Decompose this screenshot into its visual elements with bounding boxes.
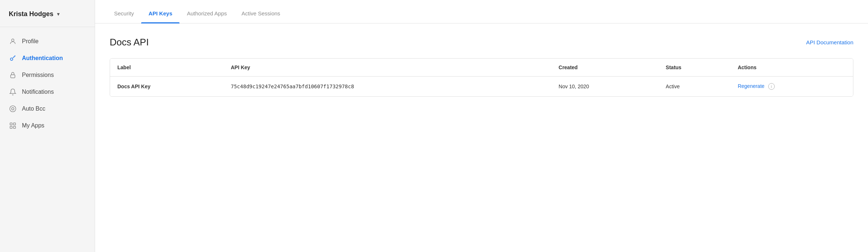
sidebar-item-authentication[interactable]: Authentication <box>0 50 95 67</box>
sidebar: Krista Hodges ▾ Profile Authentication <box>0 0 95 252</box>
content-header: Docs API API Documentation <box>110 37 853 48</box>
col-header-actions: Actions <box>731 59 853 77</box>
col-header-status: Status <box>658 59 731 77</box>
person-icon <box>9 37 17 45</box>
mail-icon <box>9 105 17 113</box>
sidebar-item-label-auto-bcc: Auto Bcc <box>22 105 45 112</box>
api-keys-table: Label API Key Created Status Actions Doc… <box>110 58 853 97</box>
sidebar-item-my-apps[interactable]: My Apps <box>0 117 95 134</box>
apps-icon <box>9 122 17 130</box>
content-area: Docs API API Documentation Label API Key… <box>95 23 868 252</box>
table-header-row: Label API Key Created Status Actions <box>110 59 853 77</box>
sidebar-nav: Profile Authentication Permissions <box>0 27 95 140</box>
svg-rect-6 <box>10 126 12 129</box>
regenerate-link[interactable]: Regenerate <box>738 83 765 89</box>
chevron-down-icon: ▾ <box>57 11 60 17</box>
tab-security[interactable]: Security <box>107 0 141 23</box>
col-header-created: Created <box>551 59 658 77</box>
sidebar-item-notifications[interactable]: Notifications <box>0 84 95 100</box>
cell-actions: Regenerate i <box>731 77 853 96</box>
user-name: Krista Hodges <box>9 10 53 18</box>
tab-active-sessions[interactable]: Active Sessions <box>234 0 287 23</box>
svg-rect-4 <box>10 123 12 125</box>
svg-point-3 <box>12 108 14 110</box>
key-icon <box>9 54 17 62</box>
svg-rect-7 <box>14 126 16 129</box>
cell-api-key: 75c48d9c19247e24765aa7bfd10607f1732978c8 <box>223 77 551 96</box>
cell-status: Active <box>658 77 731 96</box>
svg-rect-2 <box>11 75 15 78</box>
sidebar-item-label-authentication: Authentication <box>22 55 63 62</box>
sidebar-item-auto-bcc[interactable]: Auto Bcc <box>0 100 95 117</box>
tab-api-keys[interactable]: API Keys <box>141 0 180 23</box>
main-content: Security API Keys Authorized Apps Active… <box>95 0 868 252</box>
sidebar-item-label-permissions: Permissions <box>22 72 54 78</box>
sidebar-item-label-notifications: Notifications <box>22 89 54 95</box>
col-header-api-key: API Key <box>223 59 551 77</box>
sidebar-item-label-my-apps: My Apps <box>22 122 44 129</box>
svg-point-0 <box>12 39 14 41</box>
sidebar-item-profile[interactable]: Profile <box>0 33 95 50</box>
col-header-label: Label <box>110 59 223 77</box>
user-menu[interactable]: Krista Hodges ▾ <box>0 0 95 27</box>
info-icon[interactable]: i <box>768 83 775 90</box>
tab-bar: Security API Keys Authorized Apps Active… <box>95 0 868 23</box>
cell-label: Docs API Key <box>110 77 223 96</box>
tab-authorized-apps[interactable]: Authorized Apps <box>180 0 234 23</box>
table-row: Docs API Key 75c48d9c19247e24765aa7bfd10… <box>110 77 853 96</box>
sidebar-item-label-profile: Profile <box>22 38 38 45</box>
bell-icon <box>9 88 17 96</box>
lock-icon <box>9 71 17 79</box>
page-title: Docs API <box>110 37 149 48</box>
api-documentation-link[interactable]: API Documentation <box>806 39 853 45</box>
svg-point-1 <box>10 58 13 60</box>
cell-created: Nov 10, 2020 <box>551 77 658 96</box>
svg-rect-5 <box>14 123 16 125</box>
sidebar-item-permissions[interactable]: Permissions <box>0 67 95 84</box>
